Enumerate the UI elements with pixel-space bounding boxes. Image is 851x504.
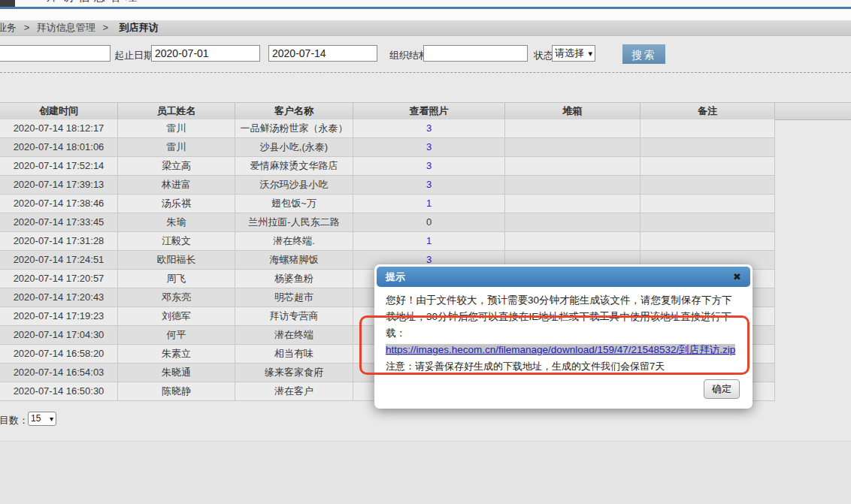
breadcrumb-separator: > (102, 22, 108, 33)
cell-photos: 3 (353, 176, 505, 194)
date-from-input[interactable] (151, 45, 260, 62)
photo-count-link[interactable]: 3 (426, 160, 432, 171)
cell-employee-name: 周飞 (118, 270, 235, 288)
cell-customer-name: 沙县小吃,(永泰) (235, 138, 353, 156)
cell-stack (505, 195, 641, 213)
cell-customer-name: 沃尔玛沙县小吃 (235, 176, 353, 194)
clipped-tab-text: 拜访信息管理 (47, 0, 141, 5)
cell-stack (505, 138, 641, 156)
cell-remark (641, 176, 775, 194)
cell-photos: 3 (353, 138, 505, 156)
cell-employee-name: 梁立高 (118, 157, 235, 175)
date-to-input[interactable] (268, 45, 377, 62)
column-header: 查看照片 (353, 103, 505, 119)
status-select[interactable]: 请选择 ▾ (552, 45, 595, 62)
photo-count-link[interactable]: 3 (426, 141, 432, 152)
cell-stack (505, 232, 641, 250)
table-row: 2020-07-14 17:38:46汤乐祺翅包饭~万1 (0, 195, 775, 213)
top-dark-block (0, 0, 15, 7)
table-row: 2020-07-14 17:31:28江毅文潜在终端.1 (0, 232, 775, 251)
cell-created-time: 2020-07-14 16:54:03 (0, 364, 118, 382)
page-size-label: 条目数： (0, 414, 29, 427)
breadcrumb-item-visit-info[interactable]: 拜访信息管理 (37, 22, 95, 33)
table-row: 2020-07-14 18:01:06雷川沙县小吃,(永泰)3 (0, 138, 775, 157)
cell-created-time: 2020-07-14 16:58:20 (0, 345, 118, 363)
dialog-body: 您好！由于文件较大，预计需要30分钟才能生成该文件，请您复制保存下方下载地址，3… (374, 287, 753, 375)
cell-stack (505, 157, 641, 175)
cell-employee-name: 雷川 (118, 119, 235, 137)
table-row: 2020-07-14 17:52:14梁立高爱情麻辣烫文华路店3 (0, 157, 775, 176)
cell-employee-name: 陈晓静 (118, 382, 235, 400)
cell-employee-name: 汤乐祺 (118, 195, 235, 213)
cell-photos: 1 (353, 232, 505, 250)
dialog-titlebar: 提示 ✖ (377, 267, 750, 287)
bottom-band (0, 441, 851, 504)
org-structure-input[interactable] (423, 45, 528, 62)
status-select-value: 请选择 (555, 47, 584, 59)
cell-created-time: 2020-07-14 17:19:23 (0, 307, 118, 325)
cell-remark (641, 232, 775, 250)
cell-created-time: 2020-07-14 17:24:51 (0, 251, 118, 269)
breadcrumb-separator: > (24, 22, 30, 33)
breadcrumb-item-business[interactable]: 业务 (0, 22, 17, 33)
photo-count-link[interactable]: 1 (426, 235, 432, 246)
column-header: 客户名称 (235, 103, 353, 119)
table-row: 2020-07-14 18:12:17雷川一品鲜汤粉世家（永泰）3 (0, 119, 775, 138)
cell-remark (641, 157, 775, 175)
cell-remark (641, 138, 775, 156)
cell-photos: 0 (353, 213, 505, 231)
cell-photos: 3 (353, 157, 505, 175)
cell-customer-name: 潜在终端 (235, 326, 353, 344)
close-icon[interactable]: ✖ (733, 267, 741, 287)
column-header: 备注 (641, 103, 775, 119)
table-row: 2020-07-14 17:39:13林进富沃尔玛沙县小吃3 (0, 176, 775, 195)
cell-remark (641, 195, 775, 213)
chevron-down-icon: ▾ (588, 46, 592, 61)
cell-photos: 3 (353, 119, 505, 137)
page-size-select[interactable]: 15 ▾ (28, 412, 56, 426)
cell-employee-name: 何平 (118, 326, 235, 344)
table-row: 2020-07-14 17:33:45朱瑜兰州拉面-人民东二路0 (0, 213, 775, 232)
download-link[interactable]: https://images.hecom.cn/filemanage/downl… (386, 344, 735, 355)
photo-count-link[interactable]: 3 (426, 122, 432, 134)
cell-created-time: 2020-07-14 17:39:13 (0, 176, 118, 194)
column-header: 堆箱 (505, 103, 641, 119)
cell-employee-name: 欧阳福长 (118, 251, 235, 269)
cell-customer-name: 相当有味 (235, 345, 353, 363)
cell-stack (505, 213, 641, 231)
cell-remark (641, 213, 775, 231)
cell-customer-name: 杨婆鱼粉 (235, 270, 353, 288)
cell-created-time: 2020-07-14 17:20:43 (0, 288, 118, 306)
cell-created-time: 2020-07-14 17:33:45 (0, 213, 118, 231)
cell-created-time: 2020-07-14 17:52:14 (0, 157, 118, 175)
cell-customer-name: 明芯超市 (235, 288, 353, 306)
keyword-input[interactable] (0, 45, 111, 62)
chevron-down-icon: ▾ (50, 412, 53, 425)
cell-employee-name: 林进富 (118, 176, 235, 194)
photo-count-link[interactable]: 3 (426, 254, 432, 265)
search-button[interactable]: 搜索 (622, 44, 665, 64)
cell-employee-name: 朱瑜 (118, 213, 235, 231)
cell-created-time: 2020-07-14 17:38:46 (0, 195, 118, 213)
cell-created-time: 2020-07-14 17:31:28 (0, 232, 118, 250)
cell-customer-name: 潜在客户 (235, 382, 353, 400)
page-size-value: 15 (31, 413, 41, 424)
dialog-note: 注意：请妥善保存好生成的下载地址，生成的文件我们会保留7天 (386, 361, 665, 372)
ok-button[interactable]: 确定 (704, 379, 740, 399)
photo-count-link[interactable]: 1 (426, 198, 432, 209)
cell-customer-name: 一品鲜汤粉世家（永泰） (235, 119, 353, 137)
breadcrumb: 业务 > 拜访信息管理 > 到店拜访 (0, 20, 851, 36)
dashed-divider (0, 72, 851, 73)
cell-customer-name: 海螺猪脚饭 (235, 251, 353, 269)
top-strip: 拜访信息管理 (0, 0, 851, 7)
cell-created-time: 2020-07-14 18:12:17 (0, 119, 118, 137)
cell-created-time: 2020-07-14 18:01:06 (0, 138, 118, 156)
column-header: 创建时间 (0, 103, 118, 119)
cell-employee-name: 刘德军 (118, 307, 235, 325)
cell-created-time: 2020-07-14 16:50:30 (0, 382, 118, 400)
cell-customer-name: 翅包饭~万 (235, 195, 353, 213)
cell-customer-name: 拜访专营商 (235, 307, 353, 325)
dialog-title: 提示 (386, 271, 405, 282)
column-header: 员工姓名 (118, 103, 235, 119)
photo-count-link[interactable]: 3 (426, 179, 432, 190)
